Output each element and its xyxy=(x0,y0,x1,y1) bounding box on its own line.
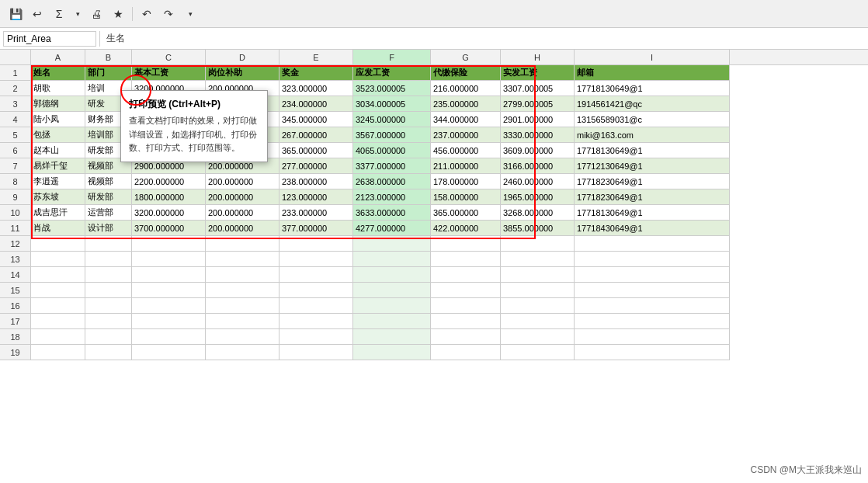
cell-h15[interactable] xyxy=(501,283,575,298)
cell-b15[interactable] xyxy=(85,283,132,298)
cell-f1[interactable]: 应发工资 xyxy=(353,65,431,81)
cell-i14[interactable] xyxy=(575,267,730,283)
cell-c19[interactable] xyxy=(132,345,206,360)
cell-e13[interactable] xyxy=(279,252,353,267)
cell-e6[interactable]: 365.000000 xyxy=(279,143,353,158)
cell-b12[interactable] xyxy=(85,236,132,252)
cell-g5[interactable]: 237.000000 xyxy=(431,127,501,143)
cell-i7[interactable]: 17712130649@1 xyxy=(575,158,730,174)
cell-f18[interactable] xyxy=(353,329,431,345)
cell-a15[interactable] xyxy=(31,283,85,298)
cell-a9[interactable]: 苏东坡 xyxy=(31,189,85,205)
cell-e16[interactable] xyxy=(279,298,353,314)
cell-d16[interactable] xyxy=(206,298,279,314)
cell-c17[interactable] xyxy=(132,314,206,329)
cell-h18[interactable] xyxy=(501,329,575,345)
cell-i12[interactable] xyxy=(575,236,730,252)
cell-d10[interactable]: 200.000000 xyxy=(206,205,279,221)
cell-g6[interactable]: 456.000000 xyxy=(431,143,501,158)
star-button[interactable]: ★ xyxy=(109,5,127,23)
cell-h19[interactable] xyxy=(501,345,575,360)
cell-g19[interactable] xyxy=(431,345,501,360)
redo-button[interactable]: ↷ xyxy=(159,5,178,23)
cell-h5[interactable]: 3330.000000 xyxy=(501,127,575,143)
cell-h14[interactable] xyxy=(501,267,575,283)
cell-f6[interactable]: 4065.000000 xyxy=(353,143,431,158)
cell-c1[interactable]: 基本工资 xyxy=(132,65,206,81)
col-header-i[interactable]: I xyxy=(575,50,730,64)
cell-e7[interactable]: 277.000000 xyxy=(279,158,353,174)
cell-e3[interactable]: 234.000000 xyxy=(279,96,353,112)
cell-b11[interactable]: 设计部 xyxy=(85,221,132,236)
cell-g1[interactable]: 代缴保险 xyxy=(431,65,501,81)
cell-c11[interactable]: 3700.000000 xyxy=(132,221,206,236)
cell-e8[interactable]: 238.000000 xyxy=(279,174,353,189)
cell-g18[interactable] xyxy=(431,329,501,345)
cell-a7[interactable]: 易烊千玺 xyxy=(31,158,85,174)
cell-h13[interactable] xyxy=(501,252,575,267)
cell-d8[interactable]: 200.000000 xyxy=(206,174,279,189)
cell-e18[interactable] xyxy=(279,329,353,345)
cell-a2[interactable]: 胡歌 xyxy=(31,81,85,96)
cell-a3[interactable]: 郭德纲 xyxy=(31,96,85,112)
cell-g14[interactable] xyxy=(431,267,501,283)
cell-b9[interactable]: 研发部 xyxy=(85,189,132,205)
cell-h7[interactable]: 3166.000000 xyxy=(501,158,575,174)
cell-h3[interactable]: 2799.000005 xyxy=(501,96,575,112)
cell-i4[interactable]: 13156589031@c xyxy=(575,112,730,127)
cell-f2[interactable]: 3523.000005 xyxy=(353,81,431,96)
cell-f3[interactable]: 3034.000005 xyxy=(353,96,431,112)
cell-c10[interactable]: 3200.000000 xyxy=(132,205,206,221)
cell-c15[interactable] xyxy=(132,283,206,298)
cell-f13[interactable] xyxy=(353,252,431,267)
cell-g8[interactable]: 178.000000 xyxy=(431,174,501,189)
cell-g16[interactable] xyxy=(431,298,501,314)
cell-c14[interactable] xyxy=(132,267,206,283)
cell-d1[interactable]: 岗位补助 xyxy=(206,65,279,81)
cell-f8[interactable]: 2638.000000 xyxy=(353,174,431,189)
save-button[interactable]: 💾 xyxy=(6,5,25,23)
cell-c8[interactable]: 2200.000000 xyxy=(132,174,206,189)
cell-g10[interactable]: 365.000000 xyxy=(431,205,501,221)
cell-h8[interactable]: 2460.000000 xyxy=(501,174,575,189)
cell-f17[interactable] xyxy=(353,314,431,329)
cell-g11[interactable]: 422.000000 xyxy=(431,221,501,236)
cell-e2[interactable]: 323.000000 xyxy=(279,81,353,96)
cell-e12[interactable] xyxy=(279,236,353,252)
col-header-d[interactable]: D xyxy=(206,50,279,64)
cell-g2[interactable]: 216.000000 xyxy=(431,81,501,96)
cell-a18[interactable] xyxy=(31,329,85,345)
cell-b17[interactable] xyxy=(85,314,132,329)
undo-repeat-button[interactable]: ↩ xyxy=(28,5,47,23)
cell-d15[interactable] xyxy=(206,283,279,298)
cell-e5[interactable]: 267.000000 xyxy=(279,127,353,143)
cell-c16[interactable] xyxy=(132,298,206,314)
cell-i13[interactable] xyxy=(575,252,730,267)
cell-a17[interactable] xyxy=(31,314,85,329)
cell-g12[interactable] xyxy=(431,236,501,252)
cell-i2[interactable]: 17718130649@1 xyxy=(575,81,730,96)
cell-a16[interactable] xyxy=(31,298,85,314)
print-preview-button[interactable]: 🖨 xyxy=(87,5,106,23)
cell-g4[interactable]: 344.000000 xyxy=(431,112,501,127)
cell-f16[interactable] xyxy=(353,298,431,314)
cell-b1[interactable]: 部门 xyxy=(85,65,132,81)
cell-g13[interactable] xyxy=(431,252,501,267)
cell-i16[interactable] xyxy=(575,298,730,314)
cell-g9[interactable]: 158.000000 xyxy=(431,189,501,205)
sum-button[interactable]: Σ xyxy=(50,5,68,23)
cell-i10[interactable]: 17718130649@1 xyxy=(575,205,730,221)
cell-c9[interactable]: 1800.000000 xyxy=(132,189,206,205)
cell-d13[interactable] xyxy=(206,252,279,267)
cell-i18[interactable] xyxy=(575,329,730,345)
cell-e14[interactable] xyxy=(279,267,353,283)
cell-e19[interactable] xyxy=(279,345,353,360)
more-dropdown[interactable]: ▾ xyxy=(181,5,200,23)
cell-d14[interactable] xyxy=(206,267,279,283)
cell-f15[interactable] xyxy=(353,283,431,298)
cell-e1[interactable]: 奖金 xyxy=(279,65,353,81)
cell-e11[interactable]: 377.000000 xyxy=(279,221,353,236)
sum-dropdown[interactable]: ▾ xyxy=(71,5,84,23)
cell-f19[interactable] xyxy=(353,345,431,360)
cell-f14[interactable] xyxy=(353,267,431,283)
